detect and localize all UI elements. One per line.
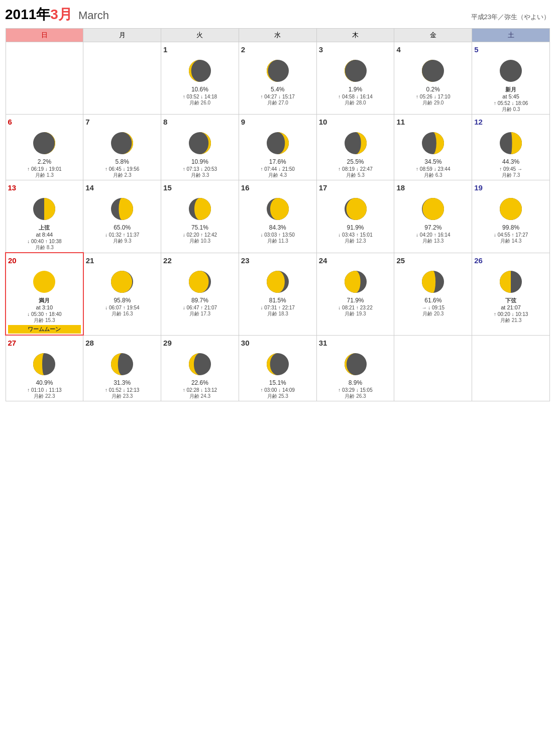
- moon-illumination: 17.6%: [241, 158, 314, 165]
- day-cell-24: 2471.9%↓ 08:21 ↑ 23:22月齢 19.3: [316, 253, 394, 335]
- day-number: 15: [163, 182, 237, 193]
- weekday-header-木: 木: [316, 29, 394, 42]
- moon-event-label: 新月: [474, 86, 547, 93]
- moon-event-time: at 3:10: [8, 304, 81, 310]
- day-cell-30: 3015.1%↑ 03:00 ↓ 14:09月齢 25.3: [239, 335, 316, 401]
- day-cell-25: 2561.6%→ ↓ 09:15月齢 20.3: [394, 253, 472, 335]
- moon-icon: [241, 351, 314, 377]
- weekday-header-水: 水: [239, 29, 316, 42]
- moon-illumination: 5.8%: [85, 158, 159, 165]
- svg-point-16: [500, 60, 522, 82]
- moon-illumination: 91.9%: [319, 224, 392, 231]
- moonrise-moonset: ↓ 01:32 ↑ 11:37: [85, 232, 159, 238]
- month-english: March: [78, 9, 109, 22]
- moon-icon: [241, 196, 314, 222]
- moon-age: 月齢 7.3: [474, 172, 547, 179]
- day-number: 4: [396, 44, 470, 55]
- day-number: 26: [474, 255, 547, 266]
- moon-age: 月齢 1.3: [8, 172, 81, 179]
- day-number: 19: [474, 182, 547, 193]
- day-cell-8: 810.9%↑ 07:13 ↓ 20:53月齢 3.3: [161, 115, 239, 180]
- moonrise-moonset: ↑ 08:59 ↓ 23:44: [396, 166, 470, 172]
- day-cell-14: 1465.0%↓ 01:32 ↑ 11:37月齢 9.3: [83, 180, 161, 253]
- moon-icon: [163, 58, 237, 84]
- moon-age: 月齢 26.3: [319, 393, 392, 400]
- day-cell-22: 2289.7%↓ 06:47 ↑ 21:07月齢 17.3: [161, 253, 239, 335]
- day-cell-20: 20満月at 3:10↓ 05:30 ↑ 18:40月齢 15.3ワームムーン: [6, 253, 83, 335]
- moon-age: 月齢 22.3: [8, 393, 81, 400]
- moonrise-moonset: ↑ 01:52 ↓ 12:13: [85, 387, 159, 393]
- moonrise-moonset: ↑ 05:26 ↓ 17:10: [396, 94, 470, 99]
- calendar-header: 2011年3月 March 平成23年／弥生（やよい）: [5, 5, 550, 24]
- moon-age: 月齢 20.3: [396, 310, 470, 317]
- day-number: 6: [8, 117, 81, 127]
- moon-event-time: at 21:07: [474, 304, 547, 310]
- moon-age: 月齢 5.3: [319, 172, 392, 179]
- moonrise-moonset: ↓ 00:40 ↑ 10:38: [8, 239, 81, 244]
- moon-illumination: 8.9%: [319, 379, 392, 386]
- day-number: 2: [241, 44, 314, 55]
- moon-age: 月齢 6.3: [396, 172, 470, 179]
- moon-icon: [474, 130, 547, 156]
- moon-icon: [319, 196, 392, 222]
- day-number: 9: [241, 117, 314, 127]
- moon-age: 月齢 26.0: [163, 99, 237, 106]
- day-number: 3: [319, 44, 392, 55]
- day-cell-4: 40.2%↑ 05:26 ↓ 17:10月齢 29.0: [394, 42, 472, 115]
- moon-age: 月齢 8.3: [8, 244, 81, 251]
- day-number: 28: [85, 338, 159, 348]
- moon-illumination: 81.5%: [241, 297, 314, 304]
- moon-icon: [319, 58, 392, 84]
- day-cell-18: 1897.2%↓ 04:20 ↑ 16:14月齢 13.3: [394, 180, 472, 253]
- day-cell-6: 62.2%↑ 06:19 ↓ 19:01月齢 1.3: [6, 115, 83, 180]
- moon-event-time: at 5:45: [474, 93, 547, 99]
- moon-illumination: 25.5%: [319, 158, 392, 165]
- era-label: 平成23年／弥生（やよい）: [471, 13, 550, 22]
- moon-illumination: 1.9%: [319, 86, 392, 93]
- moonrise-moonset: ↑ 07:44 ↓ 21:50: [241, 166, 314, 172]
- day-number: 11: [396, 117, 470, 127]
- day-number: 24: [319, 255, 392, 266]
- moon-icon: [85, 196, 159, 222]
- moon-icon: [474, 269, 547, 295]
- moon-event-label: 下弦: [474, 297, 547, 304]
- moon-age: 月齢 9.3: [85, 238, 159, 245]
- moonrise-moonset: ↑ 01:10 ↓ 11:13: [8, 387, 81, 393]
- day-cell-15: 1575.1%↓ 02:20 ↑ 12:42月齢 10.3: [161, 180, 239, 253]
- moon-illumination: 15.1%: [241, 379, 314, 386]
- calendar-table: 日月火水木金土 110.6%↑ 03:52 ↓ 14:18月齢 26.025.4…: [5, 28, 550, 401]
- weekday-header-金: 金: [394, 29, 472, 42]
- day-number: 12: [474, 117, 547, 127]
- day-number: 8: [163, 117, 237, 127]
- moonrise-moonset: ↑ 04:27 ↓ 15:17: [241, 94, 314, 99]
- moon-icon: [241, 58, 314, 84]
- moonrise-moonset: ↓ 06:07 ↑ 19:54: [86, 305, 159, 310]
- moon-illumination: 10.9%: [163, 158, 237, 165]
- day-cell-17: 1791.9%↓ 03:43 ↑ 15:01月齢 12.3: [316, 180, 394, 253]
- moon-icon: [396, 130, 470, 156]
- moon-event-label: 満月: [8, 297, 81, 304]
- day-cell-9: 917.6%↑ 07:44 ↓ 21:50月齢 4.3: [239, 115, 316, 180]
- day-cell-27: 2740.9%↑ 01:10 ↓ 11:13月齢 22.3: [6, 335, 83, 401]
- moon-illumination: 40.9%: [8, 379, 81, 386]
- moon-illumination: 44.3%: [474, 158, 547, 165]
- day-number: 27: [8, 338, 81, 348]
- moon-illumination: 89.7%: [163, 297, 237, 304]
- moon-illumination: 10.6%: [163, 86, 237, 93]
- day-number: 5: [474, 44, 547, 55]
- moonrise-moonset: ↓ 06:47 ↑ 21:07: [163, 305, 237, 310]
- moon-age: 月齢 19.3: [319, 310, 392, 317]
- moon-icon: [163, 196, 237, 222]
- empty-cell: [6, 42, 83, 115]
- day-number: 30: [241, 338, 314, 348]
- day-cell-1: 110.6%↑ 03:52 ↓ 14:18月齢 26.0: [161, 42, 239, 115]
- page-title: 2011年3月: [5, 5, 72, 24]
- day-cell-7: 75.8%↑ 06:45 ↓ 19:56月齢 2.3: [83, 115, 161, 180]
- day-cell-28: 2831.3%↑ 01:52 ↓ 12:13月齢 23.3: [83, 335, 161, 401]
- moon-icon: [8, 130, 81, 156]
- day-number: 16: [241, 182, 314, 193]
- moon-age: 月齢 0.3: [474, 106, 547, 113]
- day-number: 17: [319, 182, 392, 193]
- year-label: 2011年: [5, 7, 50, 22]
- moon-icon: [8, 269, 81, 295]
